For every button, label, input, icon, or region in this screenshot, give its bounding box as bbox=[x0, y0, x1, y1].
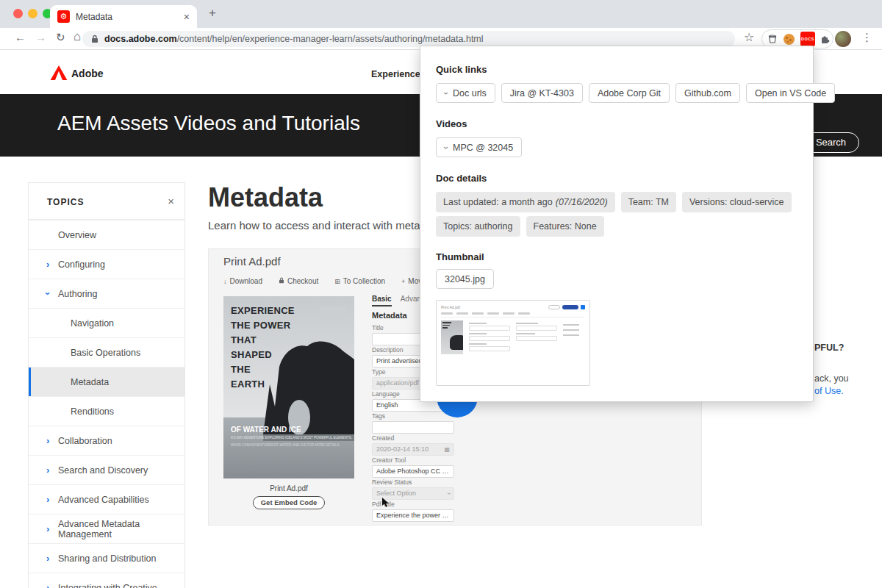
doc-details-row-2: Topics: authoring Features: None bbox=[436, 216, 604, 237]
browser-tab-strip: ⚙ Metadata × + bbox=[0, 0, 882, 28]
adobe-corp-git-button[interactable]: Adobe Corp Git bbox=[589, 83, 670, 103]
bookmark-star-icon[interactable]: ☆ bbox=[744, 30, 754, 44]
sidebar-close-icon[interactable]: × bbox=[168, 195, 174, 207]
doc-details-heading: Doc details bbox=[436, 173, 487, 184]
cookie-extension-icon[interactable] bbox=[784, 34, 795, 45]
collection-icon: ⊞ bbox=[334, 278, 340, 285]
mini-save-button bbox=[562, 305, 578, 309]
team-badge: Team: TM bbox=[621, 192, 676, 212]
calendar-icon: ▦ bbox=[444, 444, 450, 455]
videos-heading: Videos bbox=[436, 118, 467, 129]
mini-form-col-3 bbox=[563, 320, 579, 354]
back-icon[interactable]: ← bbox=[15, 31, 26, 43]
open-in-vs-code-button[interactable]: Open in VS Code bbox=[746, 83, 835, 103]
last-updated-badge: Last updated: a month ago(07/16/2020) bbox=[436, 192, 615, 212]
tab-favicon-icon: ⚙ bbox=[57, 10, 70, 23]
docs-extension-popup: Quick links ›Doc urls Jira @ KT-4303 Ado… bbox=[420, 46, 814, 402]
sidebar-item-overview[interactable]: Overview bbox=[29, 220, 184, 249]
window-close-button[interactable] bbox=[13, 9, 23, 18]
https-lock-icon bbox=[91, 35, 98, 43]
chevron-right-icon: › bbox=[46, 465, 49, 476]
sidebar-item-advanced-capabilities[interactable]: ›Advanced Capabilities bbox=[29, 484, 184, 514]
page-title: Metadata bbox=[208, 182, 323, 213]
chevron-right-icon: › bbox=[46, 494, 49, 505]
sidebar-item-renditions[interactable]: Renditions bbox=[29, 396, 184, 426]
dropdown-chevron-icon: › bbox=[441, 146, 451, 149]
quick-links-row: ›Doc urls Jira @ KT-4303 Adobe Corp Git … bbox=[436, 83, 835, 103]
mini-form-col-1 bbox=[469, 320, 510, 354]
mpc-video-dropdown[interactable]: ›MPC @ 32045 bbox=[436, 137, 522, 157]
reload-icon[interactable]: ↻ bbox=[56, 31, 65, 44]
download-icon: ↓ bbox=[223, 278, 227, 285]
home-icon[interactable]: ⌂ bbox=[74, 29, 81, 44]
doc-urls-dropdown[interactable]: ›Doc urls bbox=[436, 83, 495, 103]
mini-toolbar bbox=[441, 312, 585, 318]
url-host: docs.adobe.com bbox=[104, 34, 177, 44]
tab-basic: Basic bbox=[372, 295, 392, 306]
adobe-logo-text: Adobe bbox=[71, 68, 104, 79]
jira-link-button[interactable]: Jira @ KT-4303 bbox=[501, 83, 583, 103]
sidebar-item-navigation[interactable]: Navigation bbox=[29, 308, 184, 337]
sidebar-header: TOPICS × bbox=[29, 183, 184, 220]
mini-form-col-2 bbox=[516, 320, 557, 354]
browser-tab[interactable]: ⚙ Metadata × bbox=[50, 5, 197, 28]
profile-avatar[interactable] bbox=[835, 31, 851, 47]
lock-icon bbox=[279, 277, 284, 284]
sidebar-item-configuring[interactable]: ›Configuring bbox=[29, 249, 184, 279]
chevron-down-icon: › bbox=[43, 292, 54, 295]
puzzle-extensions-icon[interactable] bbox=[820, 34, 830, 44]
poster-subline2: WKND.COM/ADVENTURES/OF-WATER-AND-ICE FOR… bbox=[231, 443, 340, 447]
toolbar-item-to-collection: ⊞To Collection bbox=[334, 277, 385, 285]
move-icon: + bbox=[401, 278, 405, 285]
toolbar-item-checkout: Checkout bbox=[279, 277, 318, 285]
asset-caption: Print Ad.pdf bbox=[223, 484, 354, 492]
sidebar-item-metadata-selected[interactable]: Metadata bbox=[29, 367, 184, 396]
videos-row: ›MPC @ 32045 bbox=[436, 137, 522, 157]
tab-close-icon[interactable]: × bbox=[184, 11, 190, 23]
sidebar-item-sharing-and-distribution[interactable]: ›Sharing and Distribution bbox=[29, 543, 184, 573]
thumbnail-filename-button[interactable]: 32045.jpg bbox=[436, 269, 494, 289]
sidebar-item-collaboration[interactable]: ›Collaboration bbox=[29, 426, 184, 455]
poster-brand: WKND bbox=[320, 305, 347, 315]
poster-headline: EXPERIENCE THE POWER THAT SHAPED THE EAR… bbox=[231, 304, 295, 392]
thumbnail-preview: Print Ad.pdf bbox=[436, 300, 590, 386]
tab-title: Metadata bbox=[76, 12, 184, 22]
select-chevron-icon: › bbox=[443, 492, 454, 495]
field-review-status: Review Status Select Option› bbox=[372, 478, 454, 500]
thumbnail-row: 32045.jpg bbox=[436, 269, 494, 289]
chevron-right-icon: › bbox=[46, 582, 49, 588]
forward-icon[interactable]: → bbox=[35, 31, 46, 43]
dropdown-chevron-icon: › bbox=[441, 92, 451, 95]
get-embed-code-button: Get Embed Code bbox=[253, 496, 325, 509]
github-button[interactable]: Github.com bbox=[675, 83, 740, 103]
browser-menu-icon[interactable]: ⋮ bbox=[861, 31, 872, 44]
address-bar[interactable]: docs.adobe.com/content/help/en/experienc… bbox=[82, 31, 735, 47]
terms-of-use-link-fragment[interactable]: of Use. bbox=[814, 386, 844, 396]
sidebar-item-integrating-with-creative[interactable]: ›Integrating with Creative bbox=[29, 573, 184, 588]
docs-extension-icon[interactable]: DOCS bbox=[800, 32, 815, 46]
metadata-form-heading: Metadata bbox=[372, 311, 407, 320]
sidebar-item-advanced-metadata-management[interactable]: ›Advanced Metadata Management bbox=[29, 514, 184, 543]
sidebar-item-search-and-discovery[interactable]: ›Search and Discovery bbox=[29, 455, 184, 484]
bucket-extension-icon[interactable] bbox=[767, 34, 778, 44]
quick-links-heading: Quick links bbox=[436, 64, 487, 75]
toolbar-item-download: ↓Download bbox=[223, 277, 262, 285]
window-minimize-button[interactable] bbox=[28, 9, 37, 18]
features-badge: Features: None bbox=[526, 216, 604, 237]
chevron-right-icon: › bbox=[46, 259, 49, 270]
helpful-heading-fragment: PFUL? bbox=[814, 343, 844, 353]
poster-tagline: OF WATER AND ICE bbox=[231, 426, 301, 434]
field-tags: Tags bbox=[372, 412, 454, 434]
field-creator-tool: Creator Tool Adobe Photoshop CC (Macinto… bbox=[372, 456, 454, 478]
mini-cancel-button bbox=[548, 305, 560, 309]
thumbnail-preview-title: Print Ad.pdf bbox=[441, 305, 460, 309]
new-tab-button[interactable]: + bbox=[209, 6, 216, 21]
chevron-right-icon: › bbox=[46, 523, 49, 534]
mini-action-button bbox=[581, 305, 585, 309]
sidebar-item-basic-operations[interactable]: Basic Operations bbox=[29, 337, 184, 367]
wknd-poster-image: EXPERIENCE THE POWER THAT SHAPED THE EAR… bbox=[223, 296, 354, 478]
versions-badge: Versions: cloud-service bbox=[682, 192, 792, 212]
asset-title: Print Ad.pdf bbox=[223, 255, 281, 268]
sidebar-item-authoring[interactable]: ›Authoring bbox=[29, 279, 184, 308]
poster-subline1: A 5 DAY ADVENTURE EXPLORING ICELAND'S MO… bbox=[231, 436, 352, 440]
